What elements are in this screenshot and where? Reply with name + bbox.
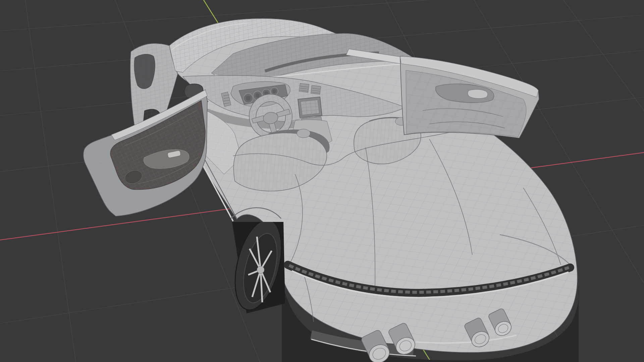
- right-door-handle: [468, 89, 488, 99]
- viewport-3d[interactable]: [0, 0, 644, 362]
